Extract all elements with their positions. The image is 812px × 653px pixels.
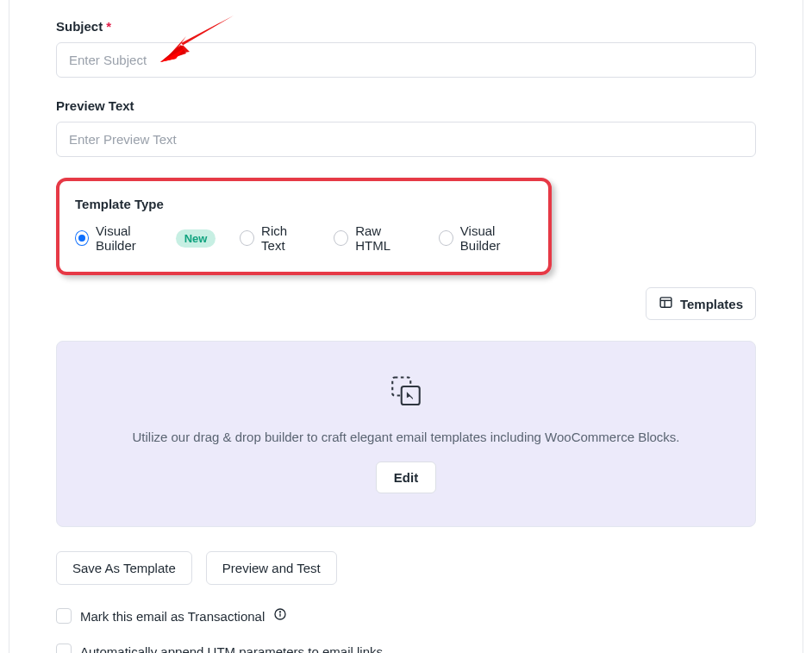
radio-visual-builder-legacy[interactable]: Visual Builder (439, 223, 533, 253)
utm-checkbox-row: Automatically append UTM parameters to e… (56, 644, 756, 653)
builder-preview-panel: Utilize our drag & drop builder to craft… (56, 341, 756, 527)
preview-text-label: Preview Text (56, 98, 134, 113)
radio-icon (75, 230, 89, 246)
required-asterisk: * (106, 19, 111, 34)
radio-label: Visual Builder (460, 223, 533, 253)
subject-label: Subject (56, 19, 103, 34)
radio-label: Raw HTML (355, 223, 415, 253)
transactional-label: Mark this email as Transactional (80, 609, 265, 624)
transactional-checkbox[interactable] (56, 608, 72, 624)
radio-icon (439, 230, 453, 246)
radio-raw-html[interactable]: Raw HTML (334, 223, 415, 253)
preview-and-test-button[interactable]: Preview and Test (206, 551, 337, 585)
drag-drop-icon (74, 374, 738, 414)
subject-field-group: Subject * (56, 0, 756, 78)
edit-button[interactable]: Edit (376, 461, 436, 493)
utm-label: Automatically append UTM parameters to e… (80, 644, 383, 654)
radio-icon (240, 230, 254, 246)
preview-text-input[interactable] (56, 122, 756, 157)
radio-icon (334, 230, 348, 246)
layout-icon (659, 295, 673, 312)
template-type-label: Template Type (75, 197, 533, 211)
template-type-radio-group: Visual Builder New Rich Text Raw HTML Vi… (75, 223, 533, 253)
save-as-template-button[interactable]: Save As Template (56, 551, 192, 585)
radio-visual-builder-new[interactable]: Visual Builder New (75, 223, 215, 253)
radio-label: Rich Text (261, 223, 309, 253)
template-type-highlight-box: Template Type Visual Builder New Rich Te… (56, 178, 552, 275)
builder-description: Utilize our drag & drop builder to craft… (74, 430, 738, 444)
radio-rich-text[interactable]: Rich Text (240, 223, 309, 253)
new-badge: New (176, 229, 216, 248)
svg-point-9 (280, 612, 281, 612)
svg-rect-2 (660, 298, 671, 307)
subject-input[interactable] (56, 42, 756, 78)
utm-checkbox[interactable] (56, 644, 72, 653)
transactional-checkbox-row: Mark this email as Transactional (56, 607, 756, 625)
templates-button-label: Templates (680, 297, 743, 311)
info-icon[interactable] (273, 607, 287, 625)
templates-button[interactable]: Templates (646, 287, 756, 320)
radio-label: Visual Builder (96, 223, 166, 253)
preview-text-field-group: Preview Text (56, 98, 756, 157)
